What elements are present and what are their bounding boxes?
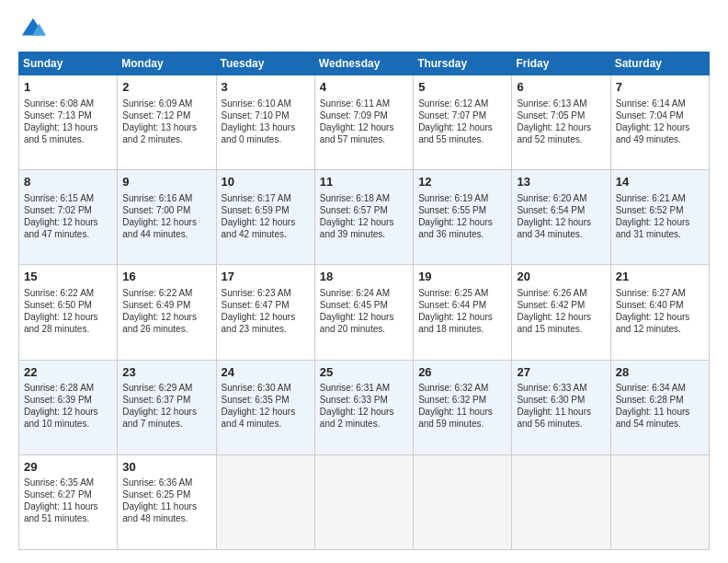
calendar-header-wednesday: Wednesday xyxy=(314,52,413,75)
day-info: Sunrise: 6:21 AM Sunset: 6:52 PM Dayligh… xyxy=(616,192,704,240)
day-info: Sunrise: 6:13 AM Sunset: 7:05 PM Dayligh… xyxy=(517,98,605,145)
day-info: Sunrise: 6:33 AM Sunset: 6:30 PM Dayligh… xyxy=(517,382,605,430)
calendar-cell: 8Sunrise: 6:15 AM Sunset: 7:02 PM Daylig… xyxy=(19,170,118,265)
calendar-cell: 7Sunrise: 6:14 AM Sunset: 7:04 PM Daylig… xyxy=(610,75,709,170)
day-number: 17 xyxy=(222,269,310,285)
page: SundayMondayTuesdayWednesdayThursdayFrid… xyxy=(0,0,728,563)
day-number: 1 xyxy=(24,79,112,96)
day-info: Sunrise: 6:36 AM Sunset: 6:25 PM Dayligh… xyxy=(122,477,210,524)
day-number: 28 xyxy=(616,364,704,381)
calendar-cell: 27Sunrise: 6:33 AM Sunset: 6:30 PM Dayli… xyxy=(512,360,610,454)
day-info: Sunrise: 6:17 AM Sunset: 6:59 PM Dayligh… xyxy=(222,192,310,240)
calendar-header-monday: Monday xyxy=(118,52,216,75)
calendar-cell: 21Sunrise: 6:27 AM Sunset: 6:40 PM Dayli… xyxy=(610,265,709,360)
calendar-week-3: 15Sunrise: 6:22 AM Sunset: 6:50 PM Dayli… xyxy=(19,265,710,360)
calendar-cell: 20Sunrise: 6:26 AM Sunset: 6:42 PM Dayli… xyxy=(512,265,610,360)
calendar-cell: 14Sunrise: 6:21 AM Sunset: 6:52 PM Dayli… xyxy=(610,170,709,265)
day-number: 2 xyxy=(122,79,210,96)
day-info: Sunrise: 6:09 AM Sunset: 7:12 PM Dayligh… xyxy=(122,98,210,145)
calendar-cell: 19Sunrise: 6:25 AM Sunset: 6:44 PM Dayli… xyxy=(414,265,512,360)
day-info: Sunrise: 6:29 AM Sunset: 6:37 PM Dayligh… xyxy=(122,382,210,430)
calendar-header-sunday: Sunday xyxy=(19,52,118,75)
day-number: 9 xyxy=(122,174,210,190)
day-info: Sunrise: 6:08 AM Sunset: 7:13 PM Dayligh… xyxy=(24,98,112,145)
calendar-cell: 16Sunrise: 6:22 AM Sunset: 6:49 PM Dayli… xyxy=(118,265,216,360)
calendar-cell: 1Sunrise: 6:08 AM Sunset: 7:13 PM Daylig… xyxy=(19,75,118,170)
calendar-cell xyxy=(414,454,512,549)
calendar-cell: 11Sunrise: 6:18 AM Sunset: 6:57 PM Dayli… xyxy=(314,170,413,265)
day-number: 30 xyxy=(122,459,210,476)
header xyxy=(18,17,710,42)
day-number: 29 xyxy=(24,459,112,476)
day-info: Sunrise: 6:19 AM Sunset: 6:55 PM Dayligh… xyxy=(418,192,506,240)
calendar-cell: 15Sunrise: 6:22 AM Sunset: 6:50 PM Dayli… xyxy=(19,265,118,360)
calendar-cell: 30Sunrise: 6:36 AM Sunset: 6:25 PM Dayli… xyxy=(118,454,216,549)
calendar-cell: 3Sunrise: 6:10 AM Sunset: 7:10 PM Daylig… xyxy=(216,75,314,170)
day-number: 25 xyxy=(320,364,408,381)
day-info: Sunrise: 6:31 AM Sunset: 6:33 PM Dayligh… xyxy=(320,382,408,430)
day-info: Sunrise: 6:11 AM Sunset: 7:09 PM Dayligh… xyxy=(320,98,408,145)
day-number: 23 xyxy=(122,364,210,381)
day-number: 27 xyxy=(517,364,605,381)
calendar-header-friday: Friday xyxy=(512,52,610,75)
calendar-header-row: SundayMondayTuesdayWednesdayThursdayFrid… xyxy=(19,52,710,75)
calendar-cell xyxy=(610,454,709,549)
logo-icon xyxy=(20,17,46,42)
day-info: Sunrise: 6:32 AM Sunset: 6:32 PM Dayligh… xyxy=(418,382,506,430)
calendar-cell: 22Sunrise: 6:28 AM Sunset: 6:39 PM Dayli… xyxy=(19,360,118,454)
calendar-cell: 17Sunrise: 6:23 AM Sunset: 6:47 PM Dayli… xyxy=(216,265,314,360)
day-info: Sunrise: 6:23 AM Sunset: 6:47 PM Dayligh… xyxy=(222,287,310,335)
day-info: Sunrise: 6:24 AM Sunset: 6:45 PM Dayligh… xyxy=(320,287,408,335)
day-number: 3 xyxy=(222,79,310,96)
day-number: 16 xyxy=(122,269,210,285)
calendar-week-5: 29Sunrise: 6:35 AM Sunset: 6:27 PM Dayli… xyxy=(19,454,710,549)
day-info: Sunrise: 6:34 AM Sunset: 6:28 PM Dayligh… xyxy=(616,382,704,430)
day-number: 6 xyxy=(517,79,605,96)
day-info: Sunrise: 6:20 AM Sunset: 6:54 PM Dayligh… xyxy=(517,192,605,240)
calendar-cell: 5Sunrise: 6:12 AM Sunset: 7:07 PM Daylig… xyxy=(414,75,512,170)
day-info: Sunrise: 6:35 AM Sunset: 6:27 PM Dayligh… xyxy=(24,477,112,524)
calendar-cell: 2Sunrise: 6:09 AM Sunset: 7:12 PM Daylig… xyxy=(118,75,216,170)
calendar-week-4: 22Sunrise: 6:28 AM Sunset: 6:39 PM Dayli… xyxy=(19,360,710,454)
day-info: Sunrise: 6:28 AM Sunset: 6:39 PM Dayligh… xyxy=(24,382,112,430)
day-number: 18 xyxy=(320,269,408,285)
calendar-week-2: 8Sunrise: 6:15 AM Sunset: 7:02 PM Daylig… xyxy=(19,170,710,265)
day-number: 14 xyxy=(616,174,704,190)
day-number: 22 xyxy=(24,364,112,381)
calendar-cell xyxy=(216,454,314,549)
day-number: 15 xyxy=(24,269,112,285)
calendar-table: SundayMondayTuesdayWednesdayThursdayFrid… xyxy=(18,52,710,550)
day-number: 8 xyxy=(24,174,112,190)
day-info: Sunrise: 6:10 AM Sunset: 7:10 PM Dayligh… xyxy=(222,98,310,145)
day-number: 21 xyxy=(616,269,704,285)
day-number: 5 xyxy=(418,79,506,96)
calendar-cell: 9Sunrise: 6:16 AM Sunset: 7:00 PM Daylig… xyxy=(118,170,216,265)
calendar-cell xyxy=(512,454,610,549)
calendar-cell: 23Sunrise: 6:29 AM Sunset: 6:37 PM Dayli… xyxy=(118,360,216,454)
day-info: Sunrise: 6:15 AM Sunset: 7:02 PM Dayligh… xyxy=(24,192,112,240)
calendar-cell xyxy=(314,454,413,549)
day-info: Sunrise: 6:16 AM Sunset: 7:00 PM Dayligh… xyxy=(122,192,210,240)
day-info: Sunrise: 6:25 AM Sunset: 6:44 PM Dayligh… xyxy=(418,287,506,335)
calendar-cell: 18Sunrise: 6:24 AM Sunset: 6:45 PM Dayli… xyxy=(314,265,413,360)
day-info: Sunrise: 6:22 AM Sunset: 6:50 PM Dayligh… xyxy=(24,287,112,335)
day-number: 10 xyxy=(222,174,310,190)
calendar-cell: 29Sunrise: 6:35 AM Sunset: 6:27 PM Dayli… xyxy=(19,454,118,549)
calendar-cell: 25Sunrise: 6:31 AM Sunset: 6:33 PM Dayli… xyxy=(314,360,413,454)
day-info: Sunrise: 6:14 AM Sunset: 7:04 PM Dayligh… xyxy=(616,98,704,145)
calendar-header-thursday: Thursday xyxy=(414,52,512,75)
calendar-week-1: 1Sunrise: 6:08 AM Sunset: 7:13 PM Daylig… xyxy=(19,75,710,170)
calendar-cell: 28Sunrise: 6:34 AM Sunset: 6:28 PM Dayli… xyxy=(610,360,709,454)
calendar-cell: 13Sunrise: 6:20 AM Sunset: 6:54 PM Dayli… xyxy=(512,170,610,265)
day-number: 26 xyxy=(418,364,506,381)
day-info: Sunrise: 6:12 AM Sunset: 7:07 PM Dayligh… xyxy=(418,98,506,145)
calendar-cell: 26Sunrise: 6:32 AM Sunset: 6:32 PM Dayli… xyxy=(414,360,512,454)
day-number: 19 xyxy=(418,269,506,285)
day-number: 24 xyxy=(222,364,310,381)
calendar-cell: 6Sunrise: 6:13 AM Sunset: 7:05 PM Daylig… xyxy=(512,75,610,170)
day-info: Sunrise: 6:27 AM Sunset: 6:40 PM Dayligh… xyxy=(616,287,704,335)
day-info: Sunrise: 6:22 AM Sunset: 6:49 PM Dayligh… xyxy=(122,287,210,335)
day-number: 4 xyxy=(320,79,408,96)
logo xyxy=(18,17,46,42)
calendar-cell: 10Sunrise: 6:17 AM Sunset: 6:59 PM Dayli… xyxy=(216,170,314,265)
